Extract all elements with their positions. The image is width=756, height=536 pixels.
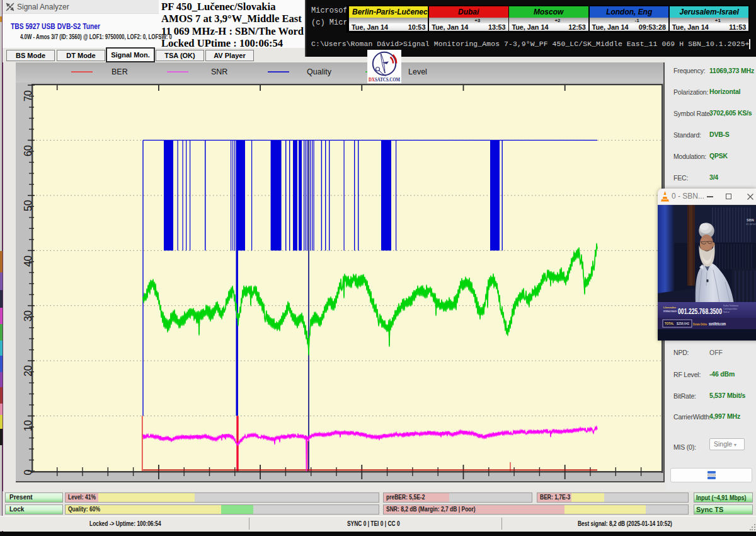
svg-text:001.225.768.3500: 001.225.768.3500	[678, 306, 722, 316]
svg-text:Suftin Telefonos: Suftin Telefonos	[723, 305, 738, 307]
svg-text:DXSATCS.COM: DXSATCS.COM	[369, 76, 400, 83]
svg-text:Contrapartidas: Contrapartidas	[723, 308, 738, 310]
svg-text:SatLat: SatLat	[723, 311, 730, 313]
svg-text:$258,642: $258,642	[677, 322, 689, 325]
svg-text:Donate Online: Donate Online	[693, 322, 707, 326]
svg-text:sonlifetv.com: sonlifetv.com	[709, 322, 726, 326]
svg-text:INTL NETWORK: INTL NETWORK	[746, 223, 756, 226]
svg-text:Llamadas: Llamadas	[663, 306, 677, 309]
svg-text:TOTAL: TOTAL	[665, 322, 674, 325]
svg-text:SBN: SBN	[747, 218, 754, 222]
svg-text:INTERNACIONALES: INTERNACIONALES	[663, 310, 677, 313]
